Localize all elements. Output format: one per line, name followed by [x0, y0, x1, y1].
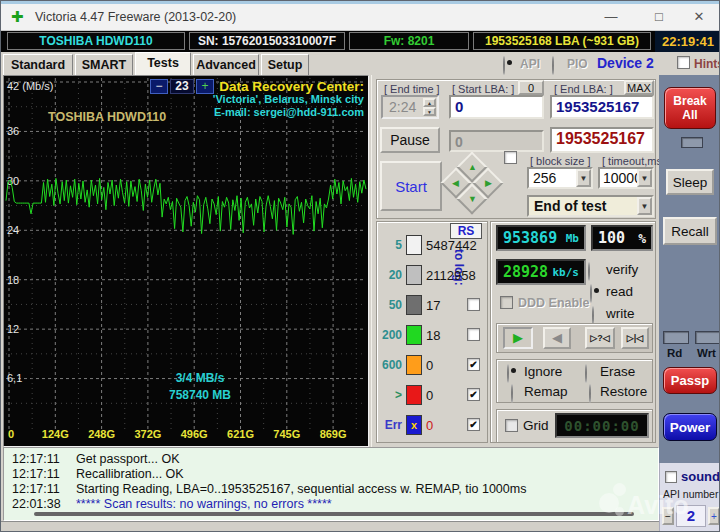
log-200ms-checkbox[interactable]	[467, 328, 480, 341]
timeout-dropdown-icon[interactable]: ▼	[637, 169, 652, 187]
start-button[interactable]: Start	[380, 161, 442, 211]
log-line: 12:17:11 Get passport... OK	[4, 452, 658, 467]
read-label: read	[606, 284, 633, 299]
end-lba-input[interactable]: 1953525167	[550, 95, 654, 119]
block-size-dropdown-icon[interactable]: ▼	[576, 169, 591, 187]
scan-skip-button[interactable]: ▷|◁	[621, 327, 649, 349]
graph-banner: Data Recovery Center: 'Victoria', Belaru…	[213, 80, 364, 119]
write-label: write	[606, 306, 635, 321]
max-button[interactable]: MAX	[624, 80, 654, 95]
log-horizontal-scrollbar[interactable]	[34, 512, 634, 516]
start-lba-input[interactable]: 0	[449, 95, 544, 119]
histogram-block-5ms	[406, 235, 422, 255]
side-button-column: Break All Sleep Recall Rd Wrt Passp Powe…	[659, 75, 720, 463]
end-time-spinner[interactable]: 2:24 ▲ ▼	[381, 95, 439, 119]
arrow-right-icon: ▶	[485, 178, 492, 188]
histogram-row-value: 0	[426, 358, 433, 373]
title-bar[interactable]: ✚ Victoria 4.47 Freeware (2013-02-20) — …	[1, 4, 720, 31]
zoom-out-button[interactable]: −	[150, 79, 168, 94]
rewind-button[interactable]: ◀	[543, 327, 571, 349]
histogram-row-value: 18	[426, 328, 440, 343]
timer-value: 00:00:00	[564, 418, 639, 434]
svg-text:0: 0	[8, 428, 14, 440]
tab-setup[interactable]: Setup	[261, 54, 309, 75]
graph-zoom-control: − 23 +	[150, 79, 214, 94]
recall-button[interactable]: Recall	[663, 217, 717, 245]
histogram-block-600ms	[406, 355, 422, 375]
tab-tests[interactable]: Tests	[135, 52, 191, 75]
arrow-up-icon: ▲	[468, 162, 477, 172]
tab-advanced[interactable]: Advanced	[193, 54, 259, 75]
remap-radio[interactable]	[511, 384, 513, 403]
passp-button[interactable]: Passp	[663, 367, 717, 394]
end-time-down-icon[interactable]: ▼	[423, 107, 436, 116]
start-lba-zero-button[interactable]: 0	[518, 80, 544, 95]
power-button[interactable]: Power	[663, 413, 717, 441]
log-message: Starting Reading, LBA=0..1953525167, seq…	[76, 482, 526, 496]
log-over-checkbox[interactable]: ✔	[467, 388, 480, 401]
histogram-row-label: 50	[378, 298, 402, 312]
read-radio[interactable]	[590, 284, 592, 303]
position-unit: Mb	[566, 232, 579, 245]
api-label: API	[520, 57, 540, 71]
log-600ms-checkbox[interactable]: ✔	[467, 358, 480, 371]
sound-panel: sound API number − 2 +	[659, 463, 720, 532]
restore-radio[interactable]	[589, 384, 591, 403]
log-message: Get passport... OK	[76, 452, 180, 466]
histogram-row-value: 17	[426, 298, 440, 313]
svg-text:248G: 248G	[88, 428, 115, 440]
break-all-button[interactable]: Break All	[664, 87, 716, 129]
start-lba-progress: 0	[449, 130, 544, 152]
block-size-label: [ block size ]	[530, 155, 591, 167]
sleep-button[interactable]: Sleep	[666, 169, 714, 195]
hints-checkbox[interactable]	[677, 56, 690, 69]
tab-smart[interactable]: SMART	[75, 54, 133, 75]
histogram-block-50ms	[406, 295, 422, 315]
log-50ms-checkbox[interactable]	[467, 298, 480, 311]
erase-radio[interactable]	[585, 364, 587, 383]
pio-radio[interactable]	[552, 56, 554, 75]
api-number-plus-button[interactable]: +	[708, 507, 720, 525]
histogram-row-label: Err	[378, 418, 402, 432]
cursor-speed: 3/4 MB/s	[130, 370, 270, 387]
svg-text:42 (Mb/s): 42 (Mb/s)	[7, 80, 53, 92]
api-radio[interactable]	[503, 56, 505, 75]
speed-value: 28928	[503, 263, 548, 281]
api-number-minus-button[interactable]: −	[662, 507, 674, 525]
banner-line2: 'Victoria', Belarus, Minsk city	[213, 93, 364, 106]
rs-button[interactable]: RS	[450, 223, 482, 239]
histogram-block-over	[406, 385, 422, 405]
restore-label: Restore	[600, 384, 647, 399]
drive-model: TOSHIBA HDWD110	[7, 32, 185, 50]
timeout-select[interactable]: 10000 ▼	[598, 167, 654, 189]
scan-question-button[interactable]: ▷?◁	[585, 327, 615, 349]
log-message: ***** Scan results: no warnings, no erro…	[76, 497, 332, 511]
banner-line3: E-mail: sergei@hdd-911.com	[213, 106, 364, 119]
ignore-radio[interactable]	[507, 364, 509, 383]
verify-radio[interactable]	[588, 262, 590, 281]
end-time-up-icon[interactable]: ▲	[423, 98, 436, 107]
grid-checkbox[interactable]	[505, 419, 518, 432]
end-of-test-select[interactable]: End of test ▼	[527, 195, 654, 217]
ddd-enable-checkbox[interactable]	[500, 296, 513, 309]
end-of-test-dropdown-icon[interactable]: ▼	[637, 197, 652, 215]
grid-label: Grid	[523, 418, 549, 433]
sound-checkbox[interactable]	[665, 471, 677, 483]
svg-text:621G: 621G	[227, 428, 254, 440]
cursor-position: 758740 MB	[130, 387, 270, 404]
test-control-panel: [ End time ] 2:24 ▲ ▼ [ Start LBA: ] 0 0…	[371, 75, 659, 447]
play-button[interactable]: ▶	[503, 327, 533, 349]
grid-timer-row: Grid 00:00:00	[496, 409, 653, 443]
nav-checkbox[interactable]	[504, 151, 517, 164]
log-error-checkbox[interactable]: ✔	[467, 418, 480, 431]
tab-standard[interactable]: Standard	[3, 54, 73, 75]
api-number-value: 2	[676, 505, 706, 527]
pause-button[interactable]: Pause	[380, 127, 440, 153]
device-label: Device 2	[597, 55, 654, 71]
maximize-button[interactable]: □	[637, 4, 681, 30]
close-button[interactable]: ✕	[677, 4, 720, 30]
minimize-button[interactable]: —	[589, 4, 633, 30]
block-size-select[interactable]: 256 ▼	[527, 167, 593, 189]
zoom-in-button[interactable]: +	[196, 79, 214, 94]
end-time-label: [ End time ]	[384, 83, 440, 95]
